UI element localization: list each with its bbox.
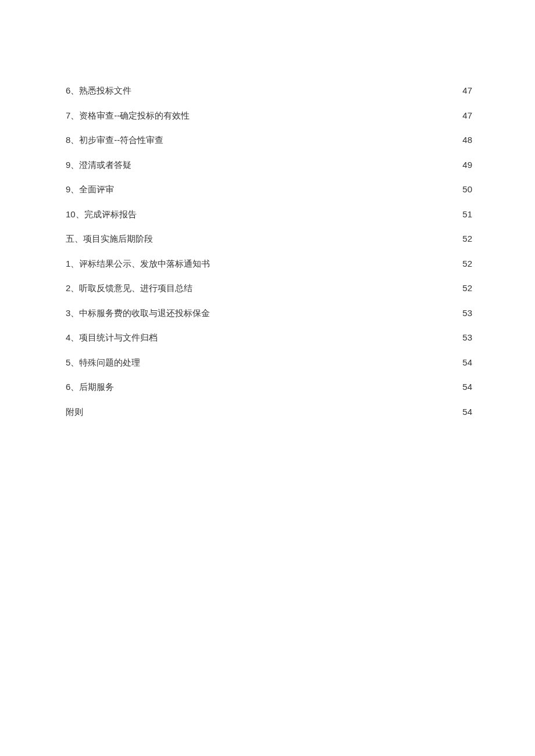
toc-page: 49	[462, 159, 472, 172]
toc-title: 3、中标服务费的收取与退还投标保金	[66, 307, 210, 320]
toc-entry: 4、项目统计与文件归档 53	[66, 331, 472, 345]
toc-title: 附则	[66, 406, 83, 419]
toc-title: 8、初步审查--符合性审查	[66, 134, 163, 147]
toc-title: 9、全面评审	[66, 183, 114, 196]
toc-page: 50	[462, 183, 472, 196]
toc-page: 53	[462, 307, 472, 320]
toc-page: 52	[462, 232, 472, 246]
toc-title: 4、项目统计与文件归档	[66, 331, 158, 345]
toc-entry: 附则 54	[66, 406, 472, 419]
toc-entry: 9、全面评审 50	[66, 183, 472, 196]
toc-entry: 3、中标服务费的收取与退还投标保金 53	[66, 307, 472, 320]
toc-entry: 5、特殊问题的处理 54	[66, 356, 472, 370]
toc-entry: 6、熟悉投标文件 47	[66, 84, 472, 98]
toc-page: 52	[462, 282, 472, 295]
toc-title: 6、熟悉投标文件	[66, 84, 131, 98]
toc-entry: 五、项目实施后期阶段 52	[66, 232, 472, 246]
toc-page: 54	[462, 406, 472, 419]
toc-page: 51	[462, 208, 472, 221]
toc-title: 10、完成评标报告	[66, 208, 137, 221]
toc-title: 5、特殊问题的处理	[66, 356, 140, 370]
toc-page: 54	[462, 356, 472, 370]
toc-entry: 9、澄清或者答疑 49	[66, 159, 472, 172]
table-of-contents: 6、熟悉投标文件 47 7、资格审查--确定投标的有效性 47 8、初步审查--…	[66, 84, 472, 418]
toc-page: 53	[462, 331, 472, 345]
toc-entry: 7、资格审查--确定投标的有效性 47	[66, 109, 472, 123]
toc-entry: 2、听取反馈意见、进行项目总结 52	[66, 282, 472, 295]
toc-page: 47	[462, 84, 472, 98]
toc-title: 2、听取反馈意见、进行项目总结	[66, 282, 192, 295]
toc-title: 9、澄清或者答疑	[66, 159, 131, 172]
toc-title: 7、资格审查--确定投标的有效性	[66, 109, 190, 123]
toc-page: 52	[462, 257, 472, 271]
toc-title: 五、项目实施后期阶段	[66, 232, 153, 246]
toc-page: 47	[462, 109, 472, 123]
toc-title: 6、后期服务	[66, 381, 114, 394]
toc-entry: 10、完成评标报告 51	[66, 208, 472, 221]
toc-page: 54	[462, 381, 472, 394]
toc-title: 1、评标结果公示、发放中落标通知书	[66, 257, 210, 271]
toc-entry: 1、评标结果公示、发放中落标通知书 52	[66, 257, 472, 271]
toc-entry: 8、初步审查--符合性审查 48	[66, 134, 472, 147]
toc-entry: 6、后期服务 54	[66, 381, 472, 394]
toc-page: 48	[462, 134, 472, 147]
